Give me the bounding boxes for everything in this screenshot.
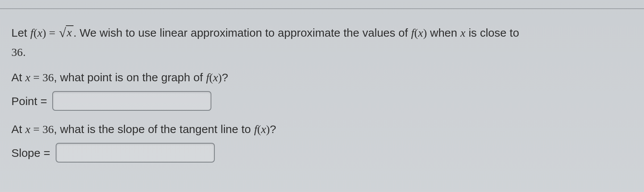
q2-mid: , what is the slope of the tangent line …	[54, 123, 254, 135]
q2-qmark: ?	[270, 123, 276, 135]
intro-text-end: is close to	[466, 26, 519, 39]
problem-body: Let f(x) = √x. We wish to use linear app…	[11, 23, 644, 172]
slope-label: Slope =	[11, 144, 50, 161]
intro-text: Let	[11, 26, 30, 39]
question-1: At x = 36, what point is on the graph of…	[11, 69, 644, 86]
intro-paragraph: Let f(x) = √x. We wish to use linear app…	[11, 23, 644, 42]
fx-def: f(x) = √x	[30, 26, 73, 39]
horizontal-rule	[0, 8, 644, 9]
x-var: x	[460, 26, 465, 39]
q2-prefix: At	[11, 123, 25, 135]
answer-row-slope: Slope =	[11, 143, 644, 163]
q1-xeq: x = 36	[25, 71, 54, 84]
intro-text-mid: . We wish to use linear approximation to…	[73, 26, 411, 39]
q2-xeq: x = 36	[25, 123, 54, 135]
intro-text-suffix: when	[427, 26, 460, 39]
a-value: 36	[11, 46, 23, 58]
point-input[interactable]	[52, 91, 211, 111]
q2-fx: f(x)	[254, 123, 270, 135]
point-label: Point =	[11, 93, 47, 110]
question-2: At x = 36, what is the slope of the tang…	[11, 121, 644, 138]
fx-ref: f(x)	[411, 26, 427, 39]
q1-qmark: ?	[222, 71, 228, 84]
q1-prefix: At	[11, 71, 25, 84]
q1-mid: , what point is on the graph of	[54, 71, 206, 84]
answer-row-point: Point =	[11, 91, 644, 111]
slope-input[interactable]	[56, 143, 215, 163]
period: .	[23, 46, 26, 58]
a-value-line: 36.	[11, 43, 644, 60]
q1-fx: f(x)	[206, 71, 222, 84]
